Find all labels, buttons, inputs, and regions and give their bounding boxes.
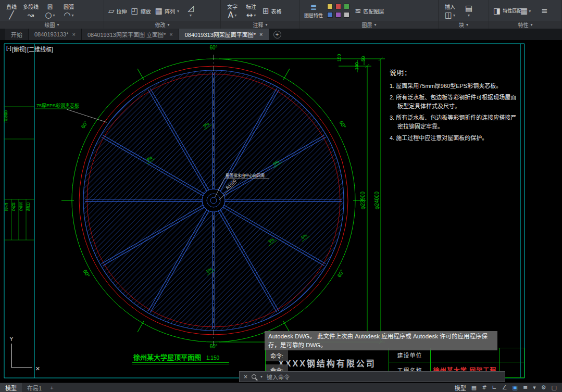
- layer-tool-icon[interactable]: [327, 4, 333, 9]
- tool-dimension[interactable]: 标注 ↔▾: [244, 3, 258, 19]
- chevron-down-icon[interactable]: ▾: [72, 13, 74, 18]
- recent-commands-chevron-icon[interactable]: ▾: [260, 374, 263, 379]
- strip-col-label: 签名: [18, 202, 23, 211]
- tool-block-editor[interactable]: ▤ ▾: [461, 4, 476, 18]
- close-icon[interactable]: ×: [244, 373, 247, 381]
- tool-polyline[interactable]: 多段线 ↝: [23, 3, 39, 19]
- tool-insert[interactable]: 插入 ◫▾: [443, 3, 457, 19]
- chevron-down-icon[interactable]: ▾: [177, 9, 179, 14]
- file-tab-3-active[interactable]: 084019313网架屋面平面图* ×: [179, 29, 269, 40]
- viewport-menu-button[interactable]: [-]: [6, 45, 11, 53]
- title-block-cell: [499, 348, 524, 362]
- fullscreen-icon[interactable]: ▢: [552, 384, 557, 391]
- close-icon[interactable]: ×: [259, 31, 263, 37]
- tool-scale[interactable]: ◰ 缩放: [131, 7, 151, 15]
- layer-tool-icon[interactable]: [327, 12, 333, 18]
- tool-circle[interactable]: 圆 ○▾: [43, 3, 57, 19]
- object-snap-icon[interactable]: ▣: [513, 384, 518, 391]
- tool-layer-properties[interactable]: ≣ 图层特性: [304, 3, 323, 19]
- chevron-down-icon[interactable]: ▾: [234, 13, 236, 18]
- new-layout-button[interactable]: +: [47, 385, 56, 391]
- ribbon: 直线 ╱ 多段线 ↝ 圆 ○▾ 圆弧 ◠▾ 绘图 ▾ ▱ 拉伸: [0, 0, 562, 29]
- chevron-down-icon[interactable]: ▾: [254, 13, 256, 18]
- tool-arc-label: 圆弧: [64, 3, 74, 10]
- angle-label-upper-left: 60°: [80, 120, 89, 130]
- dim-diameter-23900: φ23900: [360, 191, 366, 209]
- tool-text[interactable]: 文字 A▾: [225, 3, 240, 19]
- search-icon[interactable]: [252, 374, 256, 379]
- panel-footer-annotate[interactable]: 注释 ▾: [221, 21, 299, 29]
- block-editor-icon: ▤: [465, 4, 472, 12]
- command-input-bar[interactable]: × ▾ 键入命令: [239, 371, 505, 382]
- panel-footer-draw[interactable]: 绘图 ▾: [0, 21, 104, 29]
- close-icon[interactable]: ×: [169, 31, 172, 37]
- tool-match-layer[interactable]: ≋ 匹配图层: [355, 7, 384, 15]
- dim-50: 50: [360, 56, 366, 61]
- chevron-down-icon[interactable]: ▾: [53, 13, 55, 18]
- tool-stretch[interactable]: ▱ 拉伸: [108, 7, 127, 15]
- tool-match-properties[interactable]: ◨ 特性匹配: [493, 7, 514, 15]
- chevron-down-icon[interactable]: ▾: [529, 9, 531, 14]
- chevron-down-icon[interactable]: ▾: [533, 384, 536, 391]
- ribbon-panel-draw: 直线 ╱ 多段线 ↝ 圆 ○▾ 圆弧 ◠▾ 绘图 ▾: [0, 0, 104, 29]
- tool-insert-label: 插入: [445, 3, 455, 10]
- ribbon-panel-block: 插入 ◫▾ ▤ ▾ 块 ▾: [439, 0, 489, 29]
- lineweight-icon[interactable]: ≡: [523, 384, 528, 391]
- chevron-down-icon[interactable]: ▾: [190, 13, 192, 18]
- panel-footer-block[interactable]: 块 ▾: [439, 21, 489, 29]
- panel-footer-layers[interactable]: 图层 ▾: [300, 21, 438, 29]
- tool-stretch-label: 拉伸: [117, 7, 127, 15]
- tool-match-properties-label: 特性匹配: [503, 8, 514, 14]
- model-tab[interactable]: 模型: [0, 383, 22, 392]
- insert-block-icon: ◫: [445, 11, 452, 19]
- angle-label-top: 60°: [209, 45, 217, 50]
- layer-tool-icon[interactable]: [335, 12, 341, 18]
- plan-title-text: 徐州某大学屋顶平面图: [133, 353, 201, 361]
- tool-fillet[interactable]: ◿ ▾: [183, 4, 198, 18]
- layer-tool-icon[interactable]: [344, 4, 349, 9]
- center-hub-circle: [202, 189, 225, 212]
- chevron-down-icon: ▾: [374, 22, 376, 27]
- chevron-down-icon[interactable]: ▾: [453, 13, 455, 18]
- new-tab-button[interactable]: +: [273, 31, 281, 39]
- chevron-down-icon: ▾: [466, 22, 468, 27]
- dimension-icon: ↔: [246, 11, 253, 19]
- grid-icon[interactable]: ▦: [471, 384, 477, 391]
- chevron-down-icon: ▾: [530, 22, 532, 27]
- close-icon[interactable]: ×: [72, 31, 75, 37]
- dim-100: 100: [354, 62, 359, 70]
- command-input-placeholder[interactable]: 键入命令: [267, 373, 290, 381]
- strip-col-label: 姓名: [11, 202, 16, 211]
- layer-tool-icon[interactable]: [344, 12, 349, 18]
- ortho-icon[interactable]: ∟: [492, 384, 496, 391]
- tool-table[interactable]: ⊞ 表格: [263, 7, 282, 15]
- snap-icon[interactable]: #: [482, 384, 486, 391]
- visual-style-button[interactable]: [二维线框]: [27, 45, 53, 53]
- notes-title: 说明：: [390, 67, 521, 77]
- layer-tool-icon[interactable]: [335, 4, 341, 9]
- chevron-down-icon[interactable]: ▾: [468, 13, 470, 18]
- settings-gear-icon[interactable]: ⚙: [541, 384, 546, 391]
- panel-footer-properties[interactable]: 特性 ▾: [489, 21, 561, 29]
- file-tab-start[interactable]: 开始: [5, 29, 29, 40]
- model-space-indicator[interactable]: 模型: [455, 384, 466, 392]
- panel-properties-label: 特性: [518, 21, 528, 29]
- scale-icon: ◰: [131, 7, 139, 15]
- dwg-trust-notice-text: Autodesk DWG。 此文件上次由 Autodesk 应用程序或 Auto…: [268, 333, 488, 348]
- view-control-button[interactable]: [俯视]: [12, 45, 27, 53]
- tool-array-label: 阵列: [165, 7, 175, 15]
- panel-footer-modify[interactable]: 修改 ▾: [104, 21, 220, 29]
- file-tab-1[interactable]: 0840193133* ×: [29, 29, 82, 40]
- polar-tracking-icon[interactable]: ∠: [502, 384, 507, 391]
- tool-properties-grid[interactable]: ▦▾: [518, 7, 533, 15]
- file-tab-2[interactable]: 084019313网架平面图 立面图* ×: [82, 29, 179, 40]
- tool-arc[interactable]: 圆弧 ◠▾: [61, 3, 76, 19]
- tool-line[interactable]: 直线 ╱: [4, 3, 19, 19]
- layout1-tab[interactable]: 布局1: [22, 383, 47, 392]
- drawing-title: 徐州某大学屋顶平面图 1:150: [132, 353, 229, 364]
- tool-array[interactable]: ▦ 阵列 ▾: [155, 7, 179, 15]
- file-tab-bar: 开始 0840193133* × 084019313网架平面图 立面图* × 0…: [0, 29, 562, 40]
- tool-match-layer-label: 匹配图层: [364, 7, 384, 15]
- list-icon: ≡: [541, 7, 548, 15]
- tool-properties-list[interactable]: ≡: [537, 7, 552, 15]
